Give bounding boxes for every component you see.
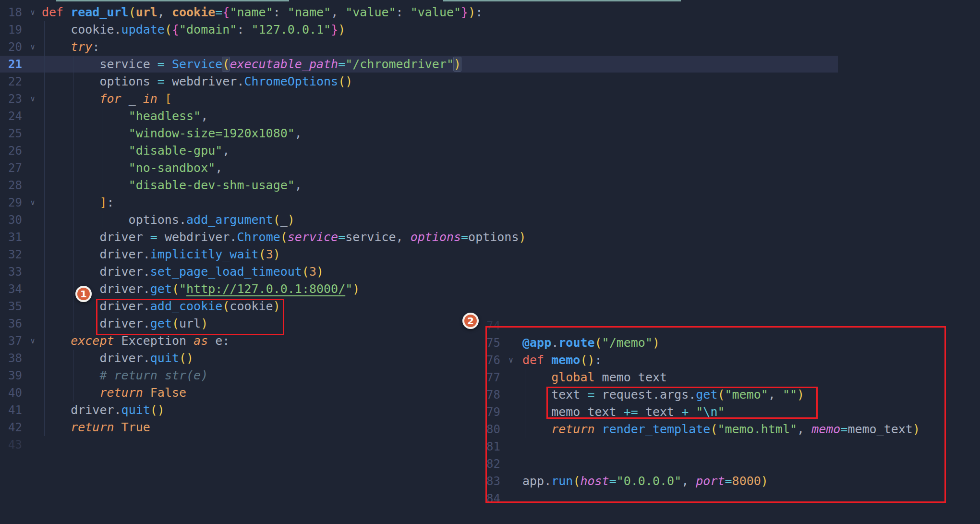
code-line[interactable]: 33 driver.set_page_load_timeout(3) xyxy=(0,263,980,280)
code-line[interactable]: 23∨ for _ in [ xyxy=(0,90,980,108)
code-text: driver = webdriver.Chrome(service=servic… xyxy=(42,229,526,246)
code-line[interactable]: 27 "no-sandbox", xyxy=(0,159,980,177)
token-str: " xyxy=(345,282,352,296)
line-number: 29 xyxy=(0,194,22,211)
token-kw: def xyxy=(42,5,71,19)
token-br1: ( xyxy=(129,5,136,19)
code-text: def read_url(url, cookie={"name": "name"… xyxy=(42,4,483,21)
token-txt: Exception xyxy=(114,334,194,348)
code-text: driver.implicitly_wait(3) xyxy=(42,246,280,263)
token-op: = xyxy=(150,230,157,244)
token-flow: for xyxy=(99,92,121,106)
token-txt xyxy=(42,386,99,400)
fold-chevron-down-icon[interactable]: ∨ xyxy=(24,90,41,108)
token-op: = xyxy=(157,57,165,71)
code-text: cookie.update({"domain": "127.0.0.1"}) xyxy=(42,21,345,38)
token-txt: cookie xyxy=(42,23,114,37)
token-str: "value" xyxy=(411,5,461,19)
token-br1: () xyxy=(338,74,352,88)
token-txt: . xyxy=(143,282,150,296)
code-text: for _ in [ xyxy=(42,90,172,108)
token-meth: quit xyxy=(150,351,179,365)
code-line[interactable]: 24 "headless", xyxy=(0,108,980,125)
token-txt: , xyxy=(222,144,230,158)
token-txt: . xyxy=(114,23,121,37)
token-br1: ) xyxy=(338,23,345,37)
line-number: 33 xyxy=(0,263,22,280)
line-number: 19 xyxy=(0,21,22,38)
fold-chevron-down-icon[interactable]: ∨ xyxy=(24,194,41,211)
token-txt: , xyxy=(215,161,222,175)
token-txt: . xyxy=(179,213,186,227)
code-line[interactable]: 30 options.add_argument(_) xyxy=(0,211,980,229)
token-br2: { xyxy=(222,5,230,19)
token-op: = xyxy=(157,74,165,88)
token-strlink: http://127.0.0.1:8000/ xyxy=(186,282,345,296)
token-br1: () xyxy=(179,351,194,365)
token-meth: update xyxy=(121,23,165,37)
token-txt: . xyxy=(114,403,121,417)
token-flow: except xyxy=(71,334,114,348)
token-txt: : xyxy=(92,40,99,54)
token-txt xyxy=(42,161,129,175)
token-br2: } xyxy=(331,23,338,37)
token-txt: webdriver xyxy=(165,74,237,88)
token-txt: webdriver xyxy=(157,230,230,244)
line-number: 24 xyxy=(0,108,22,125)
fold-chevron-down-icon[interactable]: ∨ xyxy=(24,38,41,56)
line-number: 25 xyxy=(0,125,22,142)
token-txt: . xyxy=(143,351,150,365)
token-txt xyxy=(42,109,129,123)
annotation-circle-1: 1 xyxy=(75,286,92,302)
token-flow: try xyxy=(71,40,92,54)
token-txt: . xyxy=(143,247,150,261)
token-txt: , xyxy=(396,230,411,244)
token-const: True xyxy=(121,420,150,434)
line-number: 22 xyxy=(0,73,22,90)
token-txt: driver xyxy=(42,265,143,279)
token-txt xyxy=(165,57,172,71)
token-str: "name" xyxy=(230,5,273,19)
token-txt: driver xyxy=(42,247,143,261)
token-txt: driver xyxy=(42,403,114,417)
token-br3: ] xyxy=(99,195,107,209)
code-line[interactable]: 21 service = Service(executable_path="/c… xyxy=(0,56,980,73)
code-line[interactable]: 25 "window-size=1920x1080", xyxy=(0,125,980,142)
code-text: "window-size=1920x1080", xyxy=(42,125,302,142)
token-op: = xyxy=(338,57,345,71)
code-line[interactable]: 28 "disable-dev-shm-usage", xyxy=(0,177,980,194)
token-txt xyxy=(42,195,99,209)
token-meth: quit xyxy=(121,403,150,417)
token-meth: add_argument xyxy=(186,213,273,227)
token-kwarg: options xyxy=(411,230,461,244)
code-text: "headless", xyxy=(42,108,208,125)
token-txt: . xyxy=(143,265,150,279)
code-line[interactable]: 19 cookie.update({"domain": "127.0.0.1"}… xyxy=(0,21,980,38)
token-br2: { xyxy=(172,23,179,37)
token-txt: : xyxy=(107,195,114,209)
code-line[interactable]: 26 "disable-gpu", xyxy=(0,142,980,159)
code-line[interactable]: 31 driver = webdriver.Chrome(service=ser… xyxy=(0,229,980,246)
code-text: ]: xyxy=(42,194,114,211)
token-txt xyxy=(157,92,165,106)
annotation-circle-2: 2 xyxy=(462,313,479,329)
token-txt xyxy=(42,420,71,434)
code-line[interactable]: 20∨ try: xyxy=(0,38,980,56)
token-txt: , xyxy=(295,178,302,192)
fold-chevron-down-icon[interactable]: ∨ xyxy=(24,4,41,21)
code-text: return True xyxy=(42,419,150,436)
token-str: "value" xyxy=(345,5,396,19)
annotation-box-1 xyxy=(96,299,284,335)
token-txt: , xyxy=(157,5,172,19)
token-str: "no-sandbox" xyxy=(129,161,216,175)
token-txt xyxy=(42,178,129,192)
line-number: 30 xyxy=(0,211,22,229)
code-line[interactable]: 32 driver.implicitly_wait(3) xyxy=(0,246,980,263)
token-str: "/chromedriver" xyxy=(345,57,454,71)
token-br1: ( xyxy=(165,23,172,37)
code-line[interactable]: 29∨ ]: xyxy=(0,194,980,211)
code-line[interactable]: 22 options = webdriver.ChromeOptions() xyxy=(0,73,980,90)
code-line[interactable]: 18∨def read_url(url, cookie={"name": "na… xyxy=(0,4,980,21)
code-line[interactable]: 34 driver.get("http://127.0.0.1:8000/") xyxy=(0,280,980,298)
clipped-code-remnant-bar-2 xyxy=(443,0,681,1)
